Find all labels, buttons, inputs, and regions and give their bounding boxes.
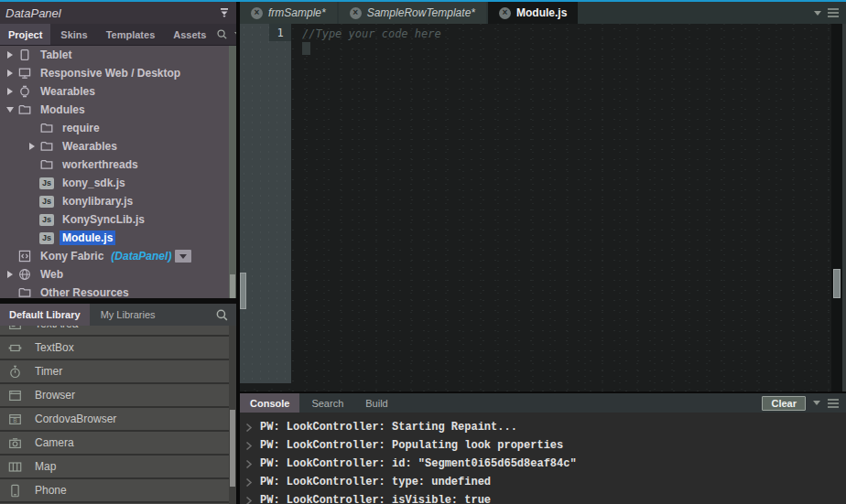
tree-item-konysynclib-js[interactable]: Js KonySyncLib.js bbox=[0, 210, 236, 229]
cordova-browser-icon: B bbox=[5, 413, 24, 426]
tree-item-responsive-web[interactable]: Responsive Web / Desktop bbox=[0, 64, 236, 82]
console-line: PW: LookController: id: "Segment0i65d65d… bbox=[240, 455, 846, 473]
collapsed-right-panel-strip[interactable] bbox=[842, 24, 846, 391]
tab-build[interactable]: Build bbox=[355, 393, 397, 413]
tree-scrollbar-thumb[interactable] bbox=[230, 274, 235, 298]
editor-tab-label: frmSample* bbox=[268, 6, 326, 19]
javascript-file-icon: Js bbox=[38, 232, 55, 244]
tab-skins[interactable]: Skins bbox=[52, 24, 95, 45]
tree-item-module-js[interactable]: Js Module.js bbox=[0, 229, 236, 247]
chevron-right-icon[interactable] bbox=[7, 51, 13, 59]
tab-assets[interactable]: Assets bbox=[165, 24, 214, 45]
tab-project[interactable]: Project bbox=[0, 24, 50, 45]
folder-icon bbox=[38, 140, 55, 153]
javascript-file-icon: Js bbox=[38, 177, 55, 189]
console-toolbar: Clear bbox=[762, 393, 846, 413]
desktop-icon bbox=[16, 67, 33, 80]
tree-item-wearables-child[interactable]: Wearables bbox=[0, 137, 236, 155]
chevron-right-icon[interactable] bbox=[7, 70, 13, 77]
library-item-phone[interactable]: Phone bbox=[0, 479, 236, 503]
library-item-camera[interactable]: Camera bbox=[0, 432, 236, 456]
chevron-right-icon bbox=[245, 496, 253, 504]
editor-tab-label: Module.js bbox=[516, 6, 567, 19]
line-number-gutter: 1 bbox=[240, 24, 291, 383]
left-splitter-grip[interactable] bbox=[240, 273, 246, 309]
tab-default-library[interactable]: Default Library bbox=[0, 304, 90, 326]
tree-item-other-resources[interactable]: Other Resources bbox=[0, 284, 236, 298]
camera-icon bbox=[5, 436, 24, 450]
watch-icon bbox=[16, 85, 33, 98]
editor-tab-bar: × frmSample* × SampleRowTemplate* × Modu… bbox=[240, 2, 846, 24]
library-scrollbar[interactable] bbox=[229, 326, 236, 504]
tab-samplerowtemplate[interactable]: × SampleRowTemplate* bbox=[339, 2, 486, 24]
tree-item-konylibrary-js[interactable]: Js konylibrary.js bbox=[0, 192, 236, 210]
right-splitter-grip[interactable] bbox=[833, 269, 841, 298]
fabric-env-dropdown[interactable] bbox=[175, 250, 191, 263]
widget-library-list: TextArea TextBox Timer Browser B Cordova… bbox=[0, 326, 236, 504]
close-icon[interactable]: × bbox=[499, 7, 511, 19]
chevron-right-icon bbox=[245, 441, 253, 451]
cordova-b-glyph: B bbox=[13, 417, 16, 424]
library-item-label: CordovaBrowser bbox=[35, 413, 116, 425]
collapse-panel-icon[interactable] bbox=[218, 6, 231, 19]
chevron-right-icon[interactable] bbox=[7, 271, 13, 278]
javascript-file-icon: Js bbox=[38, 214, 55, 226]
tree-item-label: Wearables bbox=[38, 84, 98, 99]
close-icon[interactable]: × bbox=[350, 7, 362, 19]
tree-item-web[interactable]: Web bbox=[0, 265, 236, 284]
search-icon[interactable] bbox=[216, 28, 228, 40]
chevron-right-icon[interactable] bbox=[29, 143, 35, 150]
library-item-browser[interactable]: Browser bbox=[0, 384, 236, 408]
library-item-label: Map bbox=[35, 460, 56, 473]
code-editor[interactable]: 1 //Type your code here bbox=[240, 24, 846, 391]
close-icon[interactable]: × bbox=[251, 7, 263, 19]
library-item-textarea[interactable]: TextArea bbox=[0, 326, 236, 337]
code-placeholder-comment: //Type your code here bbox=[302, 27, 441, 40]
tree-item-workerthreads[interactable]: workerthreads bbox=[0, 155, 236, 174]
tree-item-kony-sdk-js[interactable]: Js kony_sdk.js bbox=[0, 174, 236, 192]
menu-icon[interactable] bbox=[828, 8, 839, 17]
tree-item-label: Web bbox=[38, 267, 66, 282]
library-item-map[interactable]: Map bbox=[0, 456, 236, 479]
chevron-down-icon[interactable] bbox=[6, 107, 14, 113]
tab-frmsample[interactable]: × frmSample* bbox=[240, 2, 337, 24]
tree-item-modules[interactable]: Modules bbox=[0, 101, 236, 119]
tab-module-js[interactable]: × Module.js bbox=[488, 2, 578, 24]
javascript-file-icon: Js bbox=[38, 196, 55, 208]
chevron-down-icon[interactable] bbox=[813, 401, 820, 405]
tree-item-label-selected: Module.js bbox=[60, 231, 115, 245]
line-number: 1 bbox=[269, 24, 291, 41]
console-line-text: PW: LookController: id: "Segment0i65d65d… bbox=[260, 457, 577, 470]
library-item-textbox[interactable]: TextBox bbox=[0, 337, 236, 360]
fabric-app-link[interactable]: (DataPanel) bbox=[111, 250, 171, 263]
tab-console[interactable]: Console bbox=[240, 393, 299, 413]
chevron-right-icon[interactable] bbox=[7, 88, 13, 95]
tree-scrollbar[interactable] bbox=[229, 46, 236, 298]
library-scrollbar-thumb[interactable] bbox=[230, 410, 235, 487]
clear-button[interactable]: Clear bbox=[762, 396, 806, 411]
tree-item-require[interactable]: require bbox=[0, 119, 236, 137]
tab-search[interactable]: Search bbox=[301, 393, 353, 413]
tab-templates[interactable]: Templates bbox=[98, 24, 164, 45]
search-icon[interactable] bbox=[215, 304, 236, 326]
library-item-timer[interactable]: Timer bbox=[0, 360, 236, 384]
tree-item-tablet[interactable]: Tablet bbox=[0, 46, 236, 64]
menu-icon[interactable] bbox=[828, 399, 839, 408]
tree-item-label: Responsive Web / Desktop bbox=[38, 66, 183, 80]
code-editor-region: × frmSample* × SampleRowTemplate* × Modu… bbox=[240, 2, 846, 391]
chevron-right-icon bbox=[245, 477, 253, 488]
console-line: PW: LookController: Populating look prop… bbox=[240, 436, 846, 455]
folder-icon bbox=[16, 286, 33, 298]
tree-item-label: konylibrary.js bbox=[60, 194, 136, 209]
chevron-down-icon[interactable] bbox=[814, 11, 821, 16]
editor-scrollbar[interactable] bbox=[831, 24, 842, 391]
console-output[interactable]: PW: LookController: Starting Repaint... … bbox=[240, 413, 846, 504]
library-item-cordovabrowser[interactable]: B CordovaBrowser bbox=[0, 408, 236, 432]
console-line-text: PW: LookController: isVisible: true bbox=[260, 494, 491, 504]
tab-my-libraries[interactable]: My Libraries bbox=[92, 304, 165, 326]
editor-caret bbox=[302, 42, 310, 55]
library-item-label: TextBox bbox=[35, 341, 74, 354]
tree-item-wearables[interactable]: Wearables bbox=[0, 82, 236, 101]
tree-item-kony-fabric[interactable]: Kony Fabric (DataPanel) bbox=[0, 247, 236, 265]
tree-item-label: KonySyncLib.js bbox=[60, 212, 147, 227]
